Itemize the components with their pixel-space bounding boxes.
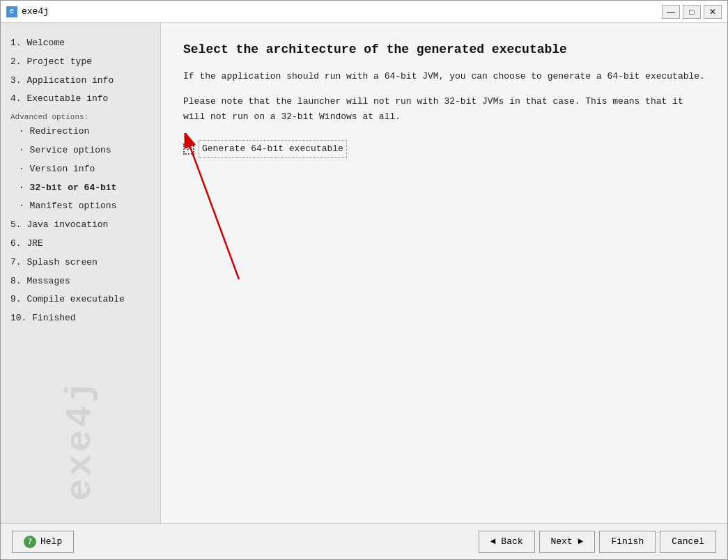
sidebar-item-application-info[interactable]: 3. Application info bbox=[8, 72, 153, 91]
sidebar-item-splash-screen[interactable]: 7. Splash screen bbox=[8, 254, 153, 272]
sidebar-item-finished[interactable]: 10. Finished bbox=[8, 309, 153, 328]
page-title: Select the architecture of the generated… bbox=[183, 42, 705, 56]
app-icon: e bbox=[6, 6, 17, 17]
sidebar-item-compile-executable[interactable]: 9. Compile executable bbox=[8, 290, 153, 309]
generate-64bit-label[interactable]: Generate 64-bit executable bbox=[199, 140, 347, 158]
window-title: exe4j bbox=[22, 6, 662, 17]
generate-64bit-checkbox-wrapper[interactable]: Generate 64-bit executable bbox=[183, 140, 347, 158]
minimize-button[interactable]: — bbox=[662, 5, 680, 19]
maximize-button[interactable]: □ bbox=[683, 5, 701, 19]
paragraph-1: If the application should run with a 64-… bbox=[183, 69, 705, 84]
help-button[interactable]: ? Help bbox=[12, 531, 74, 553]
help-icon: ? bbox=[24, 536, 36, 548]
help-label: Help bbox=[40, 536, 62, 547]
sidebar-item-version-info[interactable]: · Version info bbox=[8, 160, 153, 179]
sidebar-item-java-invocation[interactable]: 5. Java invocation bbox=[8, 216, 153, 235]
next-button[interactable]: Next ► bbox=[539, 531, 596, 553]
content-body: If the application should run with a 64-… bbox=[183, 69, 705, 509]
sidebar-watermark: exe4j bbox=[1, 370, 160, 509]
svg-line-1 bbox=[190, 147, 239, 279]
sidebar-item-messages[interactable]: 8. Messages bbox=[8, 272, 153, 291]
generate-64bit-checkbox[interactable] bbox=[183, 143, 194, 155]
advanced-options-label: Advanced options: bbox=[8, 109, 153, 123]
footer-right-buttons: ◄ Back Next ► Finish Cancel bbox=[479, 531, 716, 553]
sidebar-item-service-options[interactable]: · Service options bbox=[8, 141, 153, 160]
footer: ? Help ◄ Back Next ► Finish Cancel bbox=[1, 523, 727, 559]
window-controls: — □ ✕ bbox=[662, 5, 722, 19]
main-window: e exe4j — □ ✕ 1. Welcome 2. Project type… bbox=[0, 0, 728, 560]
cancel-button[interactable]: Cancel bbox=[660, 531, 716, 553]
sidebar-item-project-type[interactable]: 2. Project type bbox=[8, 53, 153, 72]
sidebar-item-jre[interactable]: 6. JRE bbox=[8, 235, 153, 254]
sidebar: 1. Welcome 2. Project type 3. Applicatio… bbox=[1, 23, 161, 523]
content-area: Select the architecture of the generated… bbox=[161, 23, 727, 523]
back-button[interactable]: ◄ Back bbox=[479, 531, 535, 553]
sidebar-item-32bit-64bit[interactable]: · 32-bit or 64-bit bbox=[8, 179, 153, 198]
title-bar: e exe4j — □ ✕ bbox=[1, 1, 727, 23]
paragraph-2: Please note that the launcher will not r… bbox=[183, 94, 705, 125]
main-content: 1. Welcome 2. Project type 3. Applicatio… bbox=[1, 23, 727, 523]
sidebar-item-manifest-options[interactable]: · Manifest options bbox=[8, 197, 153, 216]
finish-button[interactable]: Finish bbox=[599, 531, 656, 553]
sidebar-item-executable-info[interactable]: 4. Executable info bbox=[8, 90, 153, 109]
close-button[interactable]: ✕ bbox=[704, 5, 722, 19]
sidebar-item-welcome[interactable]: 1. Welcome bbox=[8, 34, 153, 53]
sidebar-item-redirection[interactable]: · Redirection bbox=[8, 123, 153, 141]
